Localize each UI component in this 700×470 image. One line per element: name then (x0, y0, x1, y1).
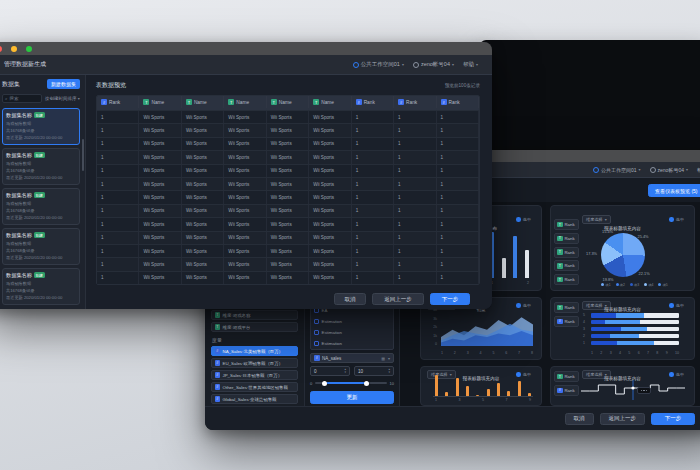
table-row: 1Wii SportsWii SportsWii SportsWii Sport… (97, 231, 479, 244)
user-menu[interactable]: zeno帐号04 ▾ (413, 61, 454, 68)
chart-panel-pie[interactable]: TRankTRankTRankTRankTRank维度选择 ▾报表标题填充内容选… (550, 205, 695, 291)
number-column-icon: # (441, 99, 447, 105)
back-step-button[interactable]: 返回上一步 (600, 413, 646, 425)
app-navbar: 管理数据新生成 公共工作空间01 ▾ zeno帐号04 ▾ 帮助 ▾ (0, 55, 492, 75)
dataset-card[interactable]: 数据集名称新建游戏销售数据共16768条记录最近更新 2020/01/20 00… (2, 188, 80, 225)
help-label: 帮助 (463, 61, 474, 68)
field-chip[interactable]: #Rank (554, 385, 579, 396)
min-value-stepper[interactable]: 0 ▴▾ (310, 366, 350, 376)
number-column-icon: # (356, 99, 362, 105)
measure-item[interactable]: #JP_Sales·日本销售额（百万） (211, 370, 298, 380)
user-menu[interactable]: zeno帐号04 ▾ (650, 167, 688, 173)
titlebar[interactable] (0, 42, 492, 55)
range-slider[interactable]: 0 10 (310, 379, 394, 387)
select-toggle-icon[interactable] (516, 217, 521, 222)
column-header[interactable]: TName (182, 96, 224, 108)
measure-item[interactable]: #Other_Sales·世界其他地区销售额 (211, 382, 298, 392)
measure-item[interactable]: #NA_Sales·北美销售额（百万） (211, 346, 298, 356)
chart-panel-step[interactable]: TRank#Rank维度选择 ▾报表标题填充内容选中 (550, 366, 695, 406)
panel-select-toggle[interactable]: 选中 (669, 217, 684, 222)
field-selector[interactable]: # NA_sales ▦▾ (310, 353, 394, 363)
filter-option[interactable]: Estimation (314, 316, 390, 327)
field-chip[interactable]: TRank (554, 274, 579, 285)
legend: 项1项2项3项4项5 (581, 283, 688, 287)
select-toggle-icon[interactable] (516, 303, 521, 308)
grid-icon[interactable]: ▦ (381, 356, 385, 361)
close-window-button[interactable] (0, 46, 2, 52)
min-value: 0 (314, 369, 317, 374)
dimension-item[interactable]: T维度·游戏名称 (211, 310, 298, 320)
column-header[interactable]: TName (309, 96, 351, 108)
table-row: 1Wii SportsWii SportsWii SportsWii Sport… (97, 177, 479, 190)
dataset-card[interactable]: 数据集名称新建游戏销售数据共16768条记录最近更新 2020/01/20 00… (2, 148, 80, 185)
view-dashboard-preview-button[interactable]: 查看仪表板预览 (5) (648, 184, 700, 197)
scrollbar[interactable] (82, 139, 84, 171)
preview-title: 表数据预览 (96, 81, 126, 90)
measure-item[interactable]: #Global_Sales·全球总销售额 (211, 394, 298, 404)
column-header[interactable]: TName (267, 96, 309, 108)
slider-handle-right[interactable] (364, 381, 369, 386)
select-toggle-icon[interactable] (669, 372, 674, 377)
max-value-stepper[interactable]: 10 ▴▾ (354, 366, 394, 376)
dataset-sidebar: 数据集 新建数据集 ⌕ 搜索 按创建时间排序 ▾ 数据集名称新建游戏销售数据共1… (0, 75, 86, 309)
field-chip[interactable]: TRank (554, 260, 579, 271)
dimension-item[interactable]: T维度·游戏平台 (211, 322, 298, 332)
dataset-card[interactable]: 数据集名称新建游戏销售数据共16768条记录最近更新 2020/01/20 00… (2, 268, 80, 305)
select-toggle-icon[interactable] (669, 217, 674, 222)
table-row: 1Wii SportsWii SportsWii SportsWii Sport… (97, 257, 479, 270)
panel-select-toggle[interactable]: 选中 (669, 372, 684, 377)
cancel-button[interactable]: 取消 (334, 293, 366, 305)
filter-option[interactable]: Estimation (314, 327, 390, 338)
background-window (480, 40, 700, 162)
dataset-card[interactable]: 数据集名称新建游戏销售数据共16768条记录最近更新 2020/01/20 00… (2, 228, 80, 265)
panel-select-toggle[interactable]: 选中 (516, 217, 531, 222)
chevron-down-icon[interactable]: ▾ (388, 356, 390, 361)
number-column-icon: # (398, 99, 404, 105)
help-menu[interactable]: 帮助 ▾ (463, 61, 478, 68)
chevron-down-icon: ▾ (452, 62, 454, 67)
filter-option[interactable]: Estimation (314, 338, 390, 349)
user-avatar-icon (650, 167, 656, 173)
column-header[interactable]: TName (224, 96, 266, 108)
next-step-button[interactable]: 下一步 (651, 413, 695, 425)
search-input[interactable]: ⌕ 搜索 (2, 94, 42, 103)
slider-track[interactable] (315, 382, 386, 384)
back-step-button[interactable]: 返回上一步 (372, 293, 424, 305)
zoom-window-button[interactable] (26, 46, 32, 52)
workspace-switcher[interactable]: 公共工作空间01 ▾ (353, 61, 404, 68)
wizard-footer: 取消 返回上一步 下一步 (205, 406, 700, 430)
workspace-switcher[interactable]: 公共工作空间01 ▾ (593, 167, 641, 173)
dataset-card[interactable]: 数据集名称新建游戏销售数据共16768条记录最近更新 2020/01/20 00… (2, 108, 80, 145)
minimize-window-button[interactable] (11, 46, 17, 52)
column-header[interactable]: #Rank (97, 96, 139, 108)
column-header[interactable]: #Rank (437, 96, 479, 108)
dimension-select-dropdown[interactable]: 维度选择 ▾ (582, 215, 611, 224)
field-chip[interactable]: TRank (554, 247, 579, 258)
panel-select-toggle[interactable]: 选中 (516, 303, 531, 308)
text-column-icon: T (143, 99, 149, 105)
new-dataset-button[interactable]: 新建数据集 (47, 79, 80, 89)
column-header[interactable]: #Rank (394, 96, 436, 108)
update-button[interactable]: 更新 (310, 391, 394, 404)
panel-select-toggle[interactable]: 选中 (669, 303, 684, 308)
panel-title: 报表标题填充内容 (571, 307, 674, 312)
checkbox[interactable] (314, 319, 319, 324)
user-name: zeno帐号04 (421, 61, 450, 68)
field-chip[interactable]: TRank (554, 233, 579, 244)
chart-panel-bar-orange[interactable]: 维度选择 ▾报表标题填充内容选中13579 (420, 366, 542, 406)
column-header[interactable]: TName (139, 96, 181, 108)
field-chip[interactable]: #Rank (554, 316, 579, 327)
cancel-button[interactable]: 取消 (565, 413, 594, 425)
chart-panel-hbar[interactable]: TRank#Rank维度选择 ▾报表标题填充内容选中54321123456789… (550, 297, 695, 360)
select-toggle-icon[interactable] (669, 303, 674, 308)
table-row: 1Wii SportsWii SportsWii SportsWii Sport… (97, 190, 479, 203)
checkbox[interactable] (314, 341, 319, 346)
column-header[interactable]: #Rank (352, 96, 394, 108)
next-step-button[interactable]: 下一步 (430, 293, 470, 305)
decrement-icon[interactable]: ▾ (388, 371, 390, 374)
slider-handle-left[interactable] (322, 381, 327, 386)
sort-dropdown[interactable]: 按创建时间排序 ▾ (45, 96, 80, 101)
measure-item[interactable]: #EU_Sales·欧洲销售额（百万） (211, 358, 298, 368)
checkbox[interactable] (314, 330, 319, 335)
decrement-icon[interactable]: ▾ (344, 371, 346, 374)
